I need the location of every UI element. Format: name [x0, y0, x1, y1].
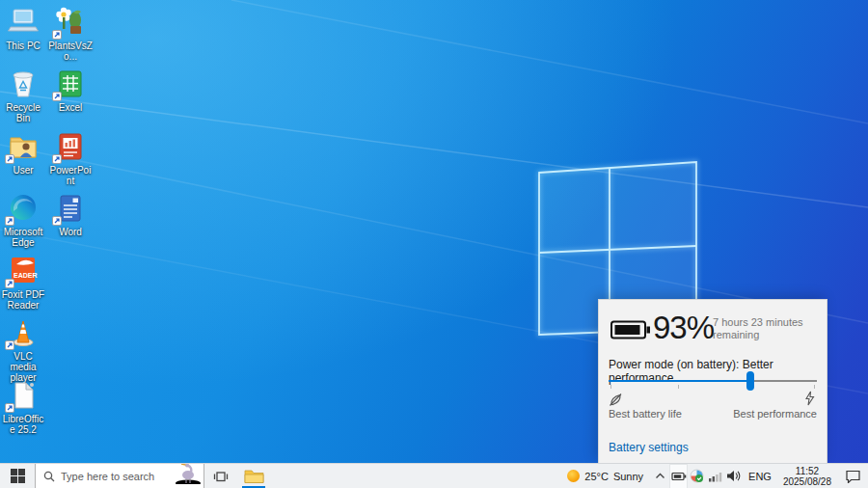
lightning-icon — [804, 391, 815, 409]
shortcut-arrow-icon — [5, 279, 14, 288]
weather-sun-icon — [567, 470, 580, 482]
power-slider-fill — [609, 380, 750, 382]
battery-tray-button[interactable] — [669, 464, 688, 488]
action-center-button[interactable] — [837, 464, 868, 488]
weather-widget[interactable]: 25°C Sunny — [559, 464, 651, 488]
desktop-icon-label: LibreOffice 25.2 — [0, 414, 46, 435]
power-mode-slider[interactable] — [609, 380, 817, 382]
power-slider-handle[interactable] — [746, 371, 754, 391]
taskbar-search-box[interactable] — [35, 464, 204, 488]
recycle-bin-icon — [7, 68, 40, 100]
weather-temp: 25°C — [584, 471, 609, 482]
desktop-icon-label: Foxit PDF Reader — [0, 289, 46, 311]
shortcut-arrow-icon — [5, 216, 14, 226]
desktop-icon-excel[interactable]: Excel — [47, 68, 94, 113]
taskbar-clock[interactable]: 11:52 2025/08/28 — [777, 464, 837, 488]
desktop-icon-this-pc[interactable]: This PC — [0, 6, 46, 51]
desktop-icon-label: User — [0, 165, 46, 176]
desktop-icon-libreoffice[interactable]: LibreOffice 25.2 — [0, 379, 46, 435]
task-view-icon — [213, 470, 229, 483]
desktop-icon-recycle-bin[interactable]: Recycle Bin — [0, 68, 46, 123]
slider-tick — [610, 385, 611, 389]
shortcut-arrow-icon — [5, 403, 14, 413]
desktop-icon-vlc[interactable]: VLC media player — [0, 316, 46, 383]
desktop-icon-label: This PC — [0, 41, 46, 51]
shortcut-arrow-icon — [5, 154, 14, 164]
system-tray: 25°C Sunny — [559, 464, 868, 488]
shortcut-arrow-icon — [52, 30, 62, 40]
chevron-up-icon — [655, 473, 665, 479]
desktop-icon-powerpoint[interactable]: PowerPoint — [47, 130, 94, 186]
battery-flyout: 93% 7 hours 23 minutes remaining Power m… — [598, 299, 827, 463]
desktop: This PC PlantsVsZo... Recycle Bin Ex — [0, 0, 868, 488]
start-button[interactable] — [0, 464, 35, 488]
battery-tray-icon — [671, 471, 687, 482]
desktop-icon-user[interactable]: User — [0, 130, 46, 176]
desktop-icon-label: Word — [47, 227, 94, 237]
file-explorer-icon — [244, 468, 264, 484]
clock-time: 11:52 — [796, 466, 819, 476]
desktop-icon-label: Excel — [47, 102, 94, 113]
shortcut-arrow-icon — [5, 340, 14, 350]
network-icon — [708, 471, 722, 482]
shortcut-arrow-icon — [52, 92, 62, 101]
network-tray-button[interactable] — [706, 464, 724, 488]
desktop-icon-foxit-pdf-reader[interactable]: EADER Foxit PDF Reader — [0, 255, 46, 311]
desktop-icon-label: PowerPoint — [47, 165, 94, 186]
search-input[interactable] — [61, 471, 167, 482]
this-pc-icon — [7, 6, 40, 39]
battery-percentage: 93% — [653, 310, 714, 346]
start-icon — [11, 469, 25, 483]
search-bird-graphic — [175, 464, 202, 488]
volume-tray-button[interactable] — [724, 464, 743, 488]
shortcut-arrow-icon — [52, 154, 62, 164]
battery-remaining-text: 7 hours 23 minutes remaining — [713, 316, 825, 341]
best-performance-label: Best performance — [733, 408, 817, 420]
search-icon — [43, 471, 55, 482]
desktop-icon-label: Microsoft Edge — [0, 227, 46, 248]
desktop-icon-microsoft-edge[interactable]: Microsoft Edge — [0, 192, 46, 248]
battery-full-icon — [610, 319, 651, 343]
slider-tick — [814, 385, 815, 389]
best-battery-life-label: Best battery life — [609, 408, 682, 420]
taskbar-empty-area — [270, 464, 559, 488]
file-explorer-button[interactable] — [237, 464, 270, 488]
desktop-icon-plantsvszombies[interactable]: PlantsVsZo... — [47, 6, 94, 62]
task-view-button[interactable] — [204, 464, 237, 488]
slider-tick — [678, 385, 679, 389]
security-tray-button[interactable] — [688, 464, 706, 488]
taskbar: 25°C Sunny — [0, 463, 868, 488]
battery-settings-link[interactable]: Battery settings — [609, 441, 689, 454]
clock-date: 2025/08/28 — [783, 476, 831, 487]
weather-condition: Sunny — [613, 471, 643, 482]
action-center-icon — [845, 469, 861, 483]
desktop-icon-word[interactable]: Word — [47, 192, 94, 237]
language-indicator[interactable]: ENG — [743, 464, 777, 488]
tray-overflow-button[interactable] — [651, 464, 669, 488]
desktop-icon-label: PlantsVsZo... — [47, 41, 94, 62]
volume-icon — [726, 470, 742, 482]
security-shield-icon — [690, 469, 704, 483]
desktop-icon-label: Recycle Bin — [0, 102, 46, 123]
svg-text:EADER: EADER — [14, 272, 38, 279]
shortcut-arrow-icon — [52, 216, 62, 226]
